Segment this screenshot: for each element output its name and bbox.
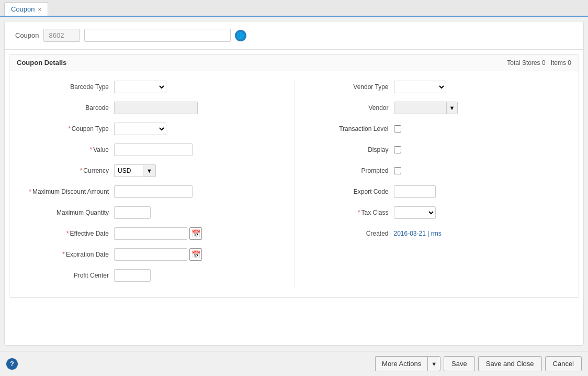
vendor-type-row: Vendor Type bbox=[305, 80, 563, 94]
created-value: 2016-03-21 | rms bbox=[394, 230, 442, 237]
cancel-button[interactable]: Cancel bbox=[545, 356, 582, 371]
effective-date-row: *Effective Date 📅 bbox=[25, 226, 284, 241]
coupon-tab[interactable]: Coupon × bbox=[4, 2, 48, 16]
effective-date-input[interactable] bbox=[114, 227, 187, 240]
vendor-dropdown-button[interactable]: ▼ bbox=[446, 102, 458, 114]
tax-class-label: *Tax Class bbox=[305, 208, 394, 217]
vendor-type-select[interactable] bbox=[394, 81, 446, 93]
display-label: Display bbox=[305, 146, 394, 154]
total-stores-label: Total Stores bbox=[507, 59, 540, 67]
vendor-row: Vendor ▼ bbox=[305, 101, 563, 115]
barcode-type-row: Barcode Type bbox=[25, 80, 284, 94]
currency-label: *Currency bbox=[25, 167, 114, 175]
save-button[interactable]: Save bbox=[444, 356, 475, 371]
profit-center-row: Profit Center bbox=[25, 268, 284, 283]
section-title: Coupon Details bbox=[17, 59, 66, 67]
coupon-id-input[interactable] bbox=[43, 29, 80, 42]
currency-input-group: ▼ bbox=[114, 164, 156, 177]
display-checkbox[interactable] bbox=[394, 146, 401, 153]
prompted-checkbox[interactable] bbox=[394, 167, 401, 174]
coupon-details-section: Coupon Details Total Stores 0 Items 0 Ba… bbox=[9, 54, 579, 298]
max-discount-input[interactable] bbox=[114, 185, 193, 198]
section-meta: Total Stores 0 Items 0 bbox=[507, 59, 571, 67]
required-star-currency: * bbox=[80, 167, 83, 174]
barcode-type-label: Barcode Type bbox=[25, 83, 114, 92]
more-actions-button[interactable]: More Actions bbox=[375, 356, 427, 371]
total-stores-value: 0 bbox=[542, 59, 546, 67]
created-label: Created bbox=[305, 229, 394, 238]
action-bar: ? More Actions ▼ Save Save and Close Can… bbox=[0, 351, 588, 376]
prompted-row: Prompted bbox=[305, 163, 563, 178]
coupon-type-select[interactable] bbox=[114, 123, 166, 135]
save-and-close-button[interactable]: Save and Close bbox=[478, 356, 542, 371]
effective-date-group: 📅 bbox=[114, 227, 202, 240]
left-form-column: Barcode Type Barcode *Coupon Type bbox=[15, 80, 294, 289]
items-value: 0 bbox=[568, 59, 571, 67]
transaction-level-label: Transaction Level bbox=[305, 125, 394, 134]
more-actions-dropdown-button[interactable]: ▼ bbox=[427, 356, 440, 371]
globe-icon[interactable]: 🌐 bbox=[235, 30, 246, 41]
required-star-eff: * bbox=[66, 230, 69, 237]
expiration-date-label: *Expiration Date bbox=[25, 250, 114, 259]
expiration-date-row: *Expiration Date 📅 bbox=[25, 247, 284, 262]
effective-date-label: *Effective Date bbox=[25, 229, 114, 238]
barcode-label: Barcode bbox=[25, 104, 114, 113]
value-row: *Value bbox=[25, 142, 284, 157]
required-star-discount: * bbox=[29, 188, 31, 195]
expiration-date-calendar-button[interactable]: 📅 bbox=[189, 248, 202, 261]
currency-value-input[interactable] bbox=[114, 164, 143, 177]
value-input[interactable] bbox=[114, 143, 193, 156]
export-code-label: Export Code bbox=[305, 187, 394, 196]
right-form-column: Vendor Type Vendor ▼ Transaction Level bbox=[294, 80, 574, 289]
max-discount-row: *Maximum Discount Amount bbox=[25, 184, 284, 199]
required-star-exp: * bbox=[62, 251, 65, 258]
prompted-label: Prompted bbox=[305, 167, 394, 175]
form-grid: Barcode Type Barcode *Coupon Type bbox=[9, 71, 579, 297]
required-star: * bbox=[68, 125, 71, 132]
tax-class-row: *Tax Class bbox=[305, 205, 563, 220]
profit-center-input[interactable] bbox=[114, 269, 151, 282]
max-quantity-input[interactable] bbox=[114, 206, 151, 219]
tax-class-select[interactable] bbox=[394, 206, 436, 219]
value-label: *Value bbox=[25, 146, 114, 154]
coupon-header-label: Coupon bbox=[15, 31, 39, 39]
created-row: Created 2016-03-21 | rms bbox=[305, 226, 563, 241]
help-icon[interactable]: ? bbox=[6, 358, 18, 370]
transaction-level-row: Transaction Level bbox=[305, 121, 563, 136]
barcode-row: Barcode bbox=[25, 101, 284, 115]
max-quantity-row: Maximum Quantity bbox=[25, 205, 284, 220]
display-row: Display bbox=[305, 142, 563, 157]
transaction-level-checkbox[interactable] bbox=[394, 125, 401, 132]
max-quantity-label: Maximum Quantity bbox=[25, 208, 114, 217]
vendor-label: Vendor bbox=[305, 104, 394, 113]
required-star-tax: * bbox=[358, 209, 360, 216]
items-label: Items bbox=[551, 59, 566, 67]
coupon-type-row: *Coupon Type bbox=[25, 121, 284, 136]
required-star-value: * bbox=[90, 146, 93, 153]
max-discount-label: *Maximum Discount Amount bbox=[25, 187, 114, 196]
tab-label: Coupon bbox=[11, 5, 35, 13]
vendor-input-group: ▼ bbox=[394, 102, 458, 114]
expiration-date-input[interactable] bbox=[114, 248, 187, 261]
coupon-name-input[interactable] bbox=[84, 29, 231, 42]
effective-date-calendar-button[interactable]: 📅 bbox=[189, 227, 202, 240]
more-actions-button-group: More Actions ▼ bbox=[375, 356, 440, 371]
coupon-header: Coupon 🌐 bbox=[5, 21, 583, 50]
tab-bar: Coupon × bbox=[0, 0, 588, 17]
barcode-type-select[interactable] bbox=[114, 81, 166, 93]
vendor-type-label: Vendor Type bbox=[305, 83, 394, 92]
expiration-date-group: 📅 bbox=[114, 248, 202, 261]
tab-close-button[interactable]: × bbox=[38, 6, 41, 13]
currency-dropdown-button[interactable]: ▼ bbox=[143, 164, 156, 177]
export-code-row: Export Code bbox=[305, 184, 563, 199]
coupon-type-label: *Coupon Type bbox=[25, 125, 114, 134]
section-header: Coupon Details Total Stores 0 Items 0 bbox=[9, 54, 579, 71]
barcode-input[interactable] bbox=[114, 102, 198, 114]
export-code-input[interactable] bbox=[394, 185, 436, 198]
main-content: Coupon 🌐 Coupon Details Total Stores 0 I… bbox=[4, 21, 584, 346]
profit-center-label: Profit Center bbox=[25, 271, 114, 280]
vendor-input[interactable] bbox=[394, 102, 446, 114]
currency-row: *Currency ▼ bbox=[25, 163, 284, 178]
